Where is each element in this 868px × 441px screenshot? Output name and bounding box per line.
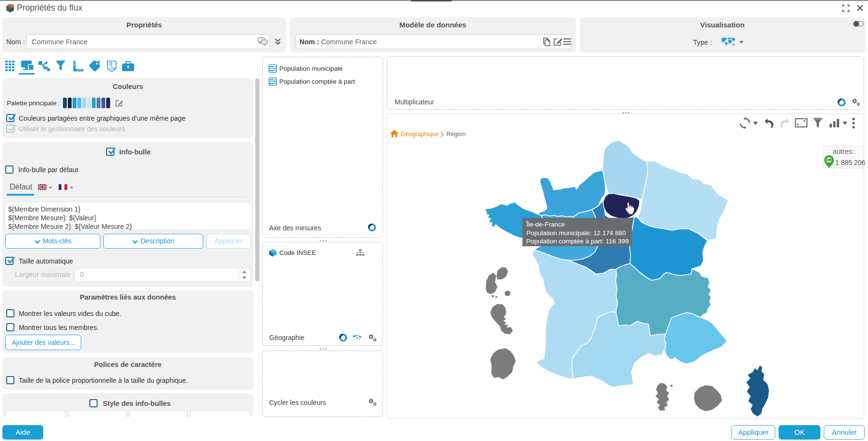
svg-text:CSS: CSS: [110, 67, 115, 70]
svg-text:{}: {}: [109, 62, 112, 66]
